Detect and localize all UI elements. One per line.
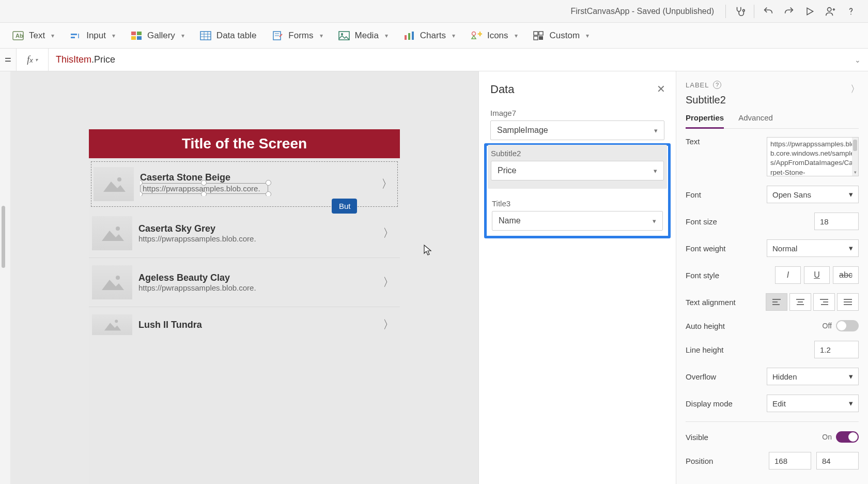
data-field-select-image[interactable]: SampleImage bbox=[490, 120, 664, 140]
resize-handle[interactable] bbox=[201, 191, 207, 196]
chevron-right-icon[interactable]: 〉 bbox=[850, 83, 860, 95]
properties-pane: LABEL ? 〉 Subtitle2 Properties Advanced … bbox=[676, 71, 868, 484]
prop-label: Position bbox=[686, 457, 769, 465]
undo-icon[interactable] bbox=[760, 3, 777, 20]
chevron-right-icon[interactable]: 〉 bbox=[380, 317, 397, 332]
scrollbar[interactable]: ▾ bbox=[852, 138, 858, 176]
fx-dropdown[interactable]: fx bbox=[17, 49, 49, 71]
font-size-input[interactable] bbox=[814, 213, 859, 230]
data-pane-title: Data bbox=[490, 83, 664, 96]
separator bbox=[725, 5, 726, 18]
position-x-input[interactable] bbox=[769, 452, 811, 470]
chevron-down-icon[interactable]: ▾ bbox=[853, 170, 857, 175]
ribbon-gallery[interactable]: Gallery bbox=[131, 31, 184, 41]
ribbon-charts[interactable]: Charts bbox=[404, 31, 455, 41]
data-field-select-title[interactable]: Name bbox=[492, 211, 663, 231]
svg-rect-7 bbox=[71, 37, 75, 38]
svg-point-34 bbox=[115, 320, 118, 323]
prop-row-visible: Visible On bbox=[686, 431, 859, 443]
prop-label: Line height bbox=[686, 345, 814, 354]
share-person-icon[interactable] bbox=[822, 3, 839, 20]
help-icon[interactable]: ? bbox=[713, 81, 721, 89]
play-icon[interactable] bbox=[801, 3, 818, 20]
tab-advanced[interactable]: Advanced bbox=[738, 113, 773, 128]
input-icon bbox=[70, 31, 81, 40]
ribbon-media[interactable]: Media bbox=[338, 31, 388, 41]
display-mode-select[interactable]: Edit bbox=[767, 395, 859, 412]
gallery-item-title: Caserta Stone Beige bbox=[140, 172, 373, 183]
svg-text:✚: ✚ bbox=[477, 31, 482, 38]
ribbon-custom[interactable]: Custom bbox=[533, 31, 590, 41]
help-icon[interactable] bbox=[842, 3, 860, 20]
properties-breadcrumb: LABEL ? bbox=[686, 81, 859, 89]
align-left-button[interactable] bbox=[766, 293, 787, 311]
stethoscope-icon[interactable] bbox=[731, 3, 749, 20]
chevron-down-icon bbox=[654, 127, 658, 134]
font-select[interactable]: Open Sans bbox=[767, 186, 859, 203]
svg-rect-9 bbox=[137, 32, 142, 35]
svg-rect-8 bbox=[131, 32, 136, 35]
resize-handle[interactable] bbox=[201, 180, 207, 186]
gallery-item[interactable]: Caserta Sky Grey https://pwrappssamples.… bbox=[89, 209, 400, 258]
gallery-item[interactable]: Lush II Tundra 〉 bbox=[89, 307, 400, 342]
chevron-down-icon bbox=[849, 190, 853, 199]
ribbon-icons[interactable]: ✚ Icons bbox=[471, 31, 518, 41]
ribbon-forms[interactable]: Forms bbox=[272, 31, 322, 41]
chevron-down-icon bbox=[849, 399, 853, 408]
svg-point-21 bbox=[341, 33, 343, 35]
redo-icon[interactable] bbox=[780, 3, 798, 20]
scrollbar-thumb[interactable] bbox=[853, 140, 857, 151]
ribbon-input[interactable]: Input bbox=[70, 31, 115, 41]
formula-expand-icon[interactable]: ⌄ bbox=[847, 56, 868, 64]
chevron-down-icon bbox=[849, 244, 853, 253]
chevron-right-icon[interactable]: 〉 bbox=[379, 176, 395, 192]
strikethrough-button[interactable]: abc bbox=[833, 266, 859, 284]
position-y-input[interactable] bbox=[816, 452, 859, 470]
line-height-input[interactable] bbox=[814, 341, 859, 358]
gallery-item-title: Lush II Tundra bbox=[138, 320, 374, 330]
scrollbar-thumb[interactable] bbox=[2, 206, 5, 268]
visible-toggle[interactable] bbox=[836, 431, 859, 443]
align-right-button[interactable] bbox=[813, 293, 835, 311]
close-icon[interactable]: ✕ bbox=[657, 83, 665, 95]
auto-height-toggle[interactable] bbox=[836, 320, 859, 331]
tab-properties[interactable]: Properties bbox=[686, 113, 724, 129]
chevron-down-icon bbox=[586, 32, 589, 39]
gallery-control[interactable]: Caserta Stone Beige https://pwrappssampl… bbox=[89, 158, 400, 343]
chevron-right-icon[interactable]: 〉 bbox=[380, 275, 397, 290]
underline-button[interactable]: U bbox=[804, 266, 830, 284]
gallery-item-title: Ageless Beauty Clay bbox=[138, 273, 374, 283]
chevron-right-icon[interactable]: 〉 bbox=[380, 225, 397, 241]
prop-row-text: Text https://pwrappssamples.blob.core.wi… bbox=[686, 137, 859, 176]
ribbon-text[interactable]: Abc Text bbox=[12, 31, 54, 41]
ribbon-data-table[interactable]: Data table bbox=[200, 31, 257, 41]
prop-label: Visible bbox=[686, 433, 822, 442]
data-field-label: Image7 bbox=[490, 109, 664, 117]
resize-handle[interactable] bbox=[266, 191, 271, 196]
chevron-down-icon bbox=[112, 32, 115, 39]
data-field-select-subtitle[interactable]: Price bbox=[491, 161, 664, 180]
canvas-area[interactable]: Title of the Screen Caserta Stone Beige … bbox=[10, 71, 478, 484]
prop-row-font: Font Open Sans bbox=[686, 186, 859, 203]
gallery-item[interactable]: Ageless Beauty Clay https://pwrappssampl… bbox=[89, 258, 400, 307]
svg-point-3 bbox=[850, 13, 851, 14]
italic-button[interactable]: I bbox=[775, 266, 801, 284]
formula-input[interactable]: ThisItem.Price bbox=[49, 49, 847, 71]
svg-point-0 bbox=[743, 9, 745, 11]
prop-row-text-align: Text alignment bbox=[686, 293, 859, 311]
canvas-button[interactable]: But bbox=[332, 199, 357, 214]
font-weight-select[interactable]: Normal bbox=[767, 239, 859, 257]
prop-row-overflow: Overflow Hidden bbox=[686, 368, 859, 385]
resize-handle[interactable] bbox=[266, 180, 271, 186]
text-value-textarea[interactable]: https://pwrappssamples.blob.core.windows… bbox=[767, 137, 859, 176]
prop-label: Display mode bbox=[686, 399, 767, 408]
align-center-button[interactable] bbox=[789, 293, 811, 311]
properties-tabs: Properties Advanced bbox=[686, 113, 859, 129]
chevron-down-icon bbox=[654, 167, 657, 175]
align-justify-button[interactable] bbox=[837, 293, 859, 311]
chevron-down-icon bbox=[515, 32, 518, 39]
overflow-select[interactable]: Hidden bbox=[767, 368, 859, 385]
prop-label: Text alignment bbox=[686, 298, 766, 307]
toggle-label: On bbox=[822, 433, 832, 441]
chevron-down-icon bbox=[51, 32, 54, 39]
